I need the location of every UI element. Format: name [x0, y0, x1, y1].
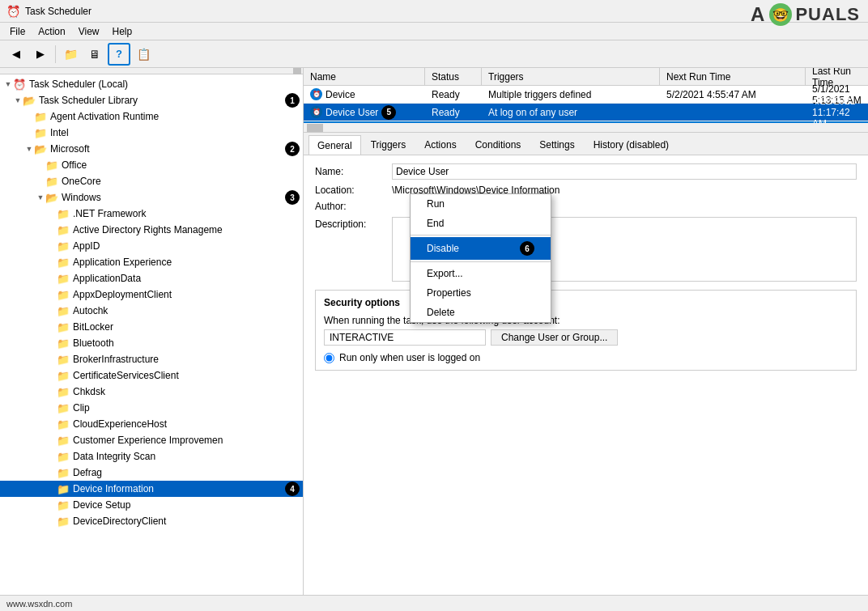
- task-scheduler-icon: ⏰: [13, 78, 26, 91]
- tree-broker-label: BrokerInfrastructure: [73, 354, 159, 365]
- tree-netfw-label: .NET Framework: [73, 208, 146, 219]
- tree-item-certclient[interactable]: 📁 CertificateServicesClient: [0, 367, 303, 384]
- toolbar-help[interactable]: ?: [108, 43, 130, 66]
- field-name: Name:: [315, 163, 857, 180]
- tree-item-netfw[interactable]: 📁 .NET Framework: [0, 206, 303, 222]
- folder-icon-bitlocker: 📁: [57, 321, 70, 333]
- toolbar-report[interactable]: 📋: [132, 43, 155, 66]
- ctx-item-end[interactable]: End: [411, 214, 551, 233]
- tree-item-appid[interactable]: 📁 AppID: [0, 238, 303, 254]
- toolbar-back[interactable]: ◀: [5, 43, 28, 66]
- tree-item-appexp[interactable]: 📁 Application Experience: [0, 254, 303, 270]
- tree-item-lib[interactable]: ▼ 📂 Task Scheduler Library 1: [0, 92, 303, 108]
- ctx-item-delete[interactable]: Delete: [411, 303, 551, 322]
- folder-icon-appid: 📁: [57, 240, 70, 252]
- toolbar-folder[interactable]: 📁: [59, 43, 82, 66]
- toolbar-sep-1: [55, 45, 56, 63]
- name-input[interactable]: [392, 163, 857, 180]
- tab-settings[interactable]: Settings: [530, 135, 583, 155]
- folder-icon-netfw: 📁: [57, 208, 70, 220]
- menu-action[interactable]: Action: [32, 24, 71, 39]
- tree-item-devdirclient[interactable]: 📁 DeviceDirectoryClient: [0, 513, 303, 529]
- tree-item-bitlocker[interactable]: 📁 BitLocker: [0, 319, 303, 335]
- ctx-item-properties[interactable]: Properties: [411, 283, 551, 303]
- security-account-field[interactable]: [324, 329, 486, 346]
- tree-item-custexp[interactable]: 📁 Customer Experience Improvemen: [0, 432, 303, 448]
- tree-item-intel[interactable]: 📁 Intel: [0, 125, 303, 141]
- tree-item-adright[interactable]: 📁 Active Directory Rights Manageme: [0, 222, 303, 238]
- ctx-item-run[interactable]: Run: [411, 194, 551, 214]
- folder-icon-appexp: 📁: [57, 257, 70, 269]
- tree-appexp-label: Application Experience: [73, 257, 172, 268]
- tab-general[interactable]: General: [308, 135, 361, 155]
- folder-icon-bluetooth: 📁: [57, 337, 70, 350]
- folder-icon-windows: 📂: [45, 192, 58, 204]
- toolbar-monitor[interactable]: 🖥: [83, 43, 106, 66]
- tree-bitlocker-label: BitLocker: [73, 321, 113, 333]
- radio-logged-on[interactable]: [324, 353, 334, 363]
- tree-chkdsk-label: Chkdsk: [73, 386, 105, 397]
- security-section: Security options When running the task, …: [315, 290, 857, 371]
- th-next[interactable]: Next Run Time: [660, 68, 806, 85]
- tree-item-broker[interactable]: 📁 BrokerInfrastructure: [0, 351, 303, 367]
- tree-item-microsoft[interactable]: ▼ 📂 Microsoft 2: [0, 141, 303, 157]
- td-status-device: Ready: [425, 89, 482, 100]
- tree-office-label: Office: [62, 159, 87, 171]
- change-user-button[interactable]: Change User or Group...: [491, 329, 618, 346]
- tab-actions[interactable]: Actions: [415, 135, 465, 155]
- folder-icon-chkdsk: 📁: [57, 386, 70, 398]
- folder-icon-adright: 📁: [57, 224, 70, 236]
- toolbar-forward[interactable]: ▶: [29, 43, 52, 66]
- td-triggers-devuser: At log on of any user: [482, 107, 660, 118]
- folder-icon-broker: 📁: [57, 354, 70, 366]
- table-row[interactable]: ⏰ Device Ready Multiple triggers defined…: [304, 86, 868, 104]
- td-name-device: ⏰ Device: [304, 88, 425, 100]
- tree-item-chkdsk[interactable]: 📁 Chkdsk: [0, 384, 303, 400]
- td-next-device: 5/2/2021 4:55:47 AM: [660, 89, 806, 100]
- description-label: Description:: [315, 217, 392, 230]
- folder-icon-autochk: 📁: [57, 305, 70, 317]
- app-title: Task Scheduler: [25, 6, 91, 17]
- folder-icon-microsoft: 📂: [34, 143, 47, 155]
- menu-view[interactable]: View: [72, 24, 106, 39]
- menu-help[interactable]: Help: [106, 24, 139, 39]
- tree-item-autochk[interactable]: 📁 Autochk: [0, 303, 303, 319]
- tree-bluetooth-label: Bluetooth: [73, 337, 114, 349]
- tree-devdirclient-label: DeviceDirectoryClient: [73, 516, 166, 527]
- th-status[interactable]: Status: [425, 68, 482, 85]
- ctx-item-export[interactable]: Export...: [411, 264, 551, 283]
- tree-item-agent[interactable]: 📁 Agent Activation Runtime: [0, 108, 303, 125]
- tree-item-onecore[interactable]: 📁 OneCore: [0, 173, 303, 189]
- tree-item-root[interactable]: ▼ ⏰ Task Scheduler (Local): [0, 76, 303, 92]
- td-triggers-device: Multiple triggers defined: [482, 89, 660, 100]
- tree-item-devsetup[interactable]: 📁 Device Setup: [0, 497, 303, 513]
- tree-container[interactable]: ▼ ⏰ Task Scheduler (Local) ▼ 📂 Task Sche…: [0, 74, 303, 609]
- tree-item-appdata[interactable]: 📁 ApplicationData: [0, 270, 303, 286]
- field-description: Description:: [315, 217, 857, 282]
- td-name-devuser: ⏰ Device User 5: [304, 105, 425, 120]
- tree-item-clip[interactable]: 📁 Clip: [0, 400, 303, 416]
- tree-item-windows[interactable]: ▼ 📂 Windows 3: [0, 189, 303, 206]
- tab-conditions[interactable]: Conditions: [466, 135, 530, 155]
- tree-item-appx[interactable]: 📁 AppxDeploymentClient: [0, 286, 303, 303]
- tab-history[interactable]: History (disabled): [585, 135, 678, 155]
- tree-item-defrag[interactable]: 📁 Defrag: [0, 465, 303, 481]
- tab-triggers[interactable]: Triggers: [362, 135, 415, 155]
- table-row-selected[interactable]: ⏰ Device User 5 Ready At log on of any u…: [304, 104, 868, 121]
- h-scrollbar[interactable]: [304, 123, 868, 133]
- badge-2: 2: [285, 142, 300, 156]
- menu-file[interactable]: File: [3, 24, 32, 39]
- tree-item-datascan[interactable]: 📁 Data Integrity Scan: [0, 448, 303, 465]
- tree-item-bluetooth[interactable]: 📁 Bluetooth: [0, 335, 303, 351]
- tree-devinfo-label: Device Information: [73, 483, 285, 494]
- tree-datascan-label: Data Integrity Scan: [73, 451, 155, 462]
- th-triggers[interactable]: Triggers: [482, 68, 660, 85]
- field-author: Author:: [315, 201, 857, 212]
- menu-bar: File Action View Help: [0, 23, 868, 40]
- th-name[interactable]: Name: [304, 68, 425, 85]
- tree-item-cloudexp[interactable]: 📁 CloudExperienceHost: [0, 416, 303, 432]
- tree-item-office[interactable]: 📁 Office: [0, 157, 303, 173]
- tree-onecore-label: OneCore: [62, 176, 101, 187]
- tree-item-devinfo[interactable]: 📁 Device Information 4: [0, 481, 303, 497]
- ctx-item-disable[interactable]: Disable 6: [411, 237, 551, 260]
